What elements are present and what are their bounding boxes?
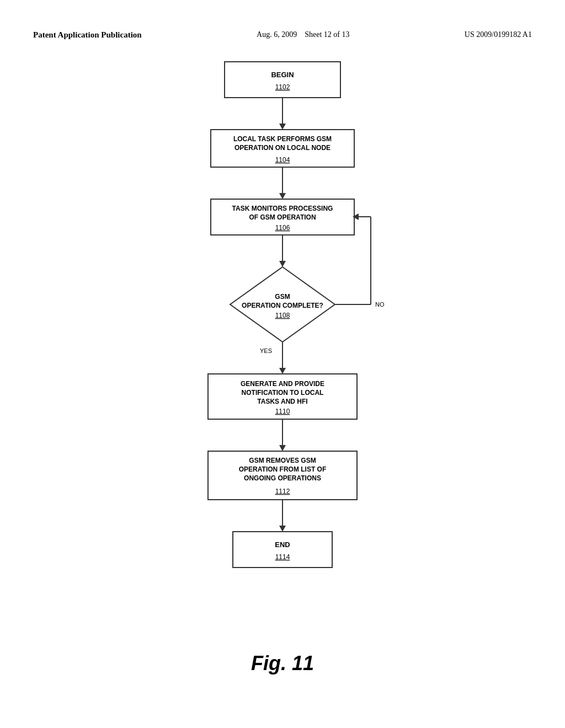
sheet-info: Sheet 12 of 13 — [305, 30, 349, 39]
end-box — [233, 532, 332, 568]
node1106-ref: 1106 — [275, 224, 290, 232]
node1110-line3: TASKS AND HFI — [257, 398, 307, 405]
no-label: NO — [375, 301, 385, 308]
header-date-sheet: Aug. 6, 2009 Sheet 12 of 13 — [257, 30, 349, 39]
end-text: END — [275, 540, 290, 549]
patent-number: US 2009/0199182 A1 — [465, 30, 532, 39]
node1108-line1: GSM — [275, 293, 290, 301]
node1112-line2: OPERATION FROM LIST OF — [239, 465, 326, 473]
arrow-4-head — [279, 445, 286, 451]
flowchart-svg: BEGIN 1102 LOCAL TASK PERFORMS GSM OPERA… — [117, 56, 448, 635]
arrow-1-head — [279, 124, 286, 130]
begin-text: BEGIN — [271, 71, 294, 79]
begin-box — [225, 62, 340, 98]
arrow-3-head — [279, 261, 286, 267]
figure-caption: Fig. 11 — [0, 652, 565, 675]
publication-title: Patent Application Publication — [33, 30, 142, 40]
node1104-line1: LOCAL TASK PERFORMS GSM — [233, 135, 332, 143]
node1106-line2: OF GSM OPERATION — [249, 213, 316, 221]
node1106-line1: TASK MONITORS PROCESSING — [232, 205, 333, 212]
node1112-ref: 1112 — [275, 488, 290, 495]
node1108-ref: 1108 — [275, 312, 290, 319]
arrow-5-head — [279, 526, 286, 532]
end-ref: 1114 — [275, 553, 290, 561]
page-header: Patent Application Publication Aug. 6, 2… — [0, 0, 565, 40]
node1112-line3: ONGOING OPERATIONS — [244, 474, 321, 482]
node1112-line1: GSM REMOVES GSM — [249, 457, 316, 464]
arrow-2-head — [279, 193, 286, 199]
arrow-yes-head — [279, 368, 286, 374]
begin-ref: 1102 — [275, 83, 290, 91]
yes-label: YES — [260, 347, 272, 354]
node1104-line2: OPERATION ON LOCAL NODE — [234, 144, 331, 152]
node1110-line2: NOTIFICATION TO LOCAL — [242, 389, 324, 397]
publication-date: Aug. 6, 2009 — [257, 30, 297, 39]
flowchart-container: BEGIN 1102 LOCAL TASK PERFORMS GSM OPERA… — [0, 56, 565, 635]
node1104-ref: 1104 — [275, 156, 290, 164]
node1110-ref: 1110 — [275, 408, 290, 415]
node1108-line2: OPERATION COMPLETE? — [242, 302, 323, 309]
node1110-line1: GENERATE AND PROVIDE — [241, 380, 324, 388]
